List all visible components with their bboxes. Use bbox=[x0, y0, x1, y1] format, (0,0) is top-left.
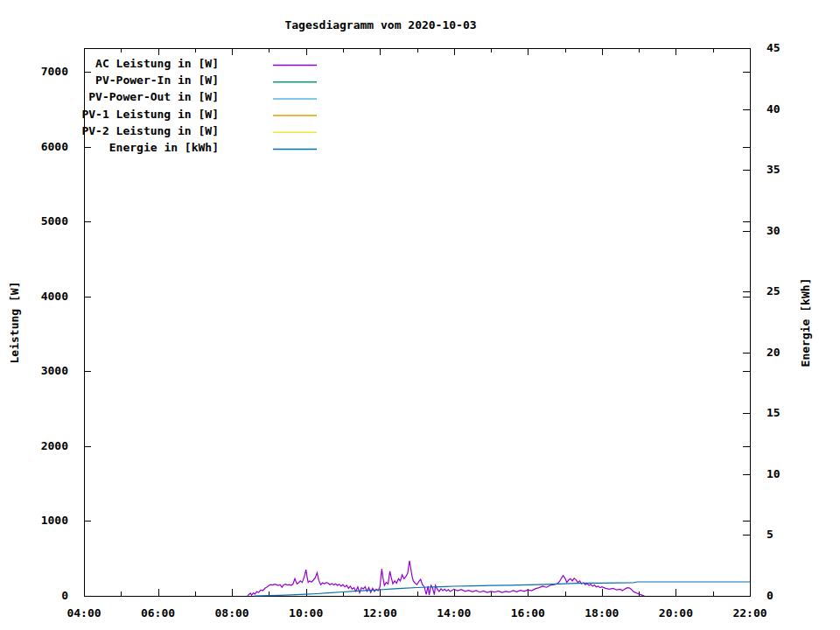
legend-label-1: AC Leistung in [W] bbox=[26, 58, 219, 70]
x-tick-label: 22:00 bbox=[724, 607, 776, 620]
x-tick-label: 04:00 bbox=[58, 607, 110, 620]
x-tick-label: 16:00 bbox=[501, 607, 554, 620]
y-tick-label: 0 bbox=[7, 590, 68, 602]
x-tick-label: 08:00 bbox=[206, 607, 258, 620]
y2-tick-label: 25 bbox=[766, 285, 802, 298]
y-tick-label: 3000 bbox=[7, 365, 68, 377]
y2-tick-label: 45 bbox=[766, 42, 802, 54]
x-tick-label: 18:00 bbox=[576, 607, 628, 620]
y2-tick-label: 20 bbox=[766, 346, 802, 359]
chart-canvas: Tagesdiagramm vom 2020-10-03 Leistung [W… bbox=[0, 0, 840, 630]
y2-tick-label: 15 bbox=[766, 407, 802, 419]
y2-tick-label: 40 bbox=[766, 103, 802, 116]
y2-tick-label: 30 bbox=[766, 225, 802, 237]
y2-tick-label: 10 bbox=[766, 468, 802, 480]
y2-tick-label: 5 bbox=[766, 528, 802, 541]
y-tick-label: 1000 bbox=[7, 514, 68, 527]
y-tick-label: 5000 bbox=[7, 215, 68, 228]
x-tick-label: 10:00 bbox=[280, 607, 332, 620]
legend-label-4: PV-1 Leistung in [W] bbox=[26, 108, 219, 121]
legend-label-6: Energie in [kWh] bbox=[26, 142, 219, 154]
x-tick-label: 20:00 bbox=[649, 607, 702, 620]
x-tick-label: 06:00 bbox=[132, 607, 185, 620]
y-tick-label: 2000 bbox=[7, 440, 68, 452]
legend-label-2: PV-Power-In in [W] bbox=[26, 74, 219, 87]
legend-label-5: PV-2 Leistung in [W] bbox=[26, 125, 219, 137]
y2-tick-label: 0 bbox=[766, 590, 802, 602]
legend-label-3: PV-Power-Out in [W] bbox=[26, 91, 219, 103]
x-tick-label: 12:00 bbox=[354, 607, 406, 620]
y2-tick-label: 35 bbox=[766, 164, 802, 176]
y-tick-label: 4000 bbox=[7, 290, 68, 303]
x-tick-label: 14:00 bbox=[428, 607, 480, 620]
